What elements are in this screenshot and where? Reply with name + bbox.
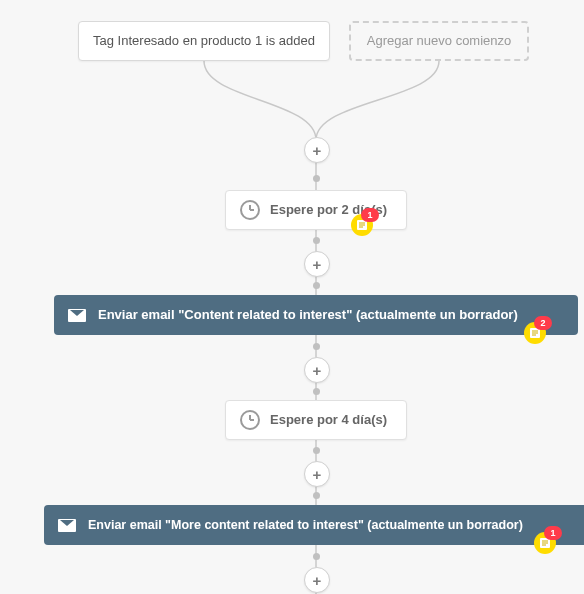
connector-dot xyxy=(313,388,320,395)
trigger-node[interactable]: Tag Interesado en producto 1 is added xyxy=(78,21,330,61)
note-badge[interactable]: 1 xyxy=(534,532,556,554)
note-count: 1 xyxy=(361,208,379,222)
connector-dot xyxy=(313,492,320,499)
add-step-button[interactable]: + xyxy=(304,137,330,163)
send-email-1-text: Enviar email "Content related to interes… xyxy=(98,307,518,323)
connector-dot xyxy=(313,343,320,350)
add-new-start-text: Agregar nuevo comienzo xyxy=(367,33,512,49)
clock-icon xyxy=(240,410,260,430)
note-count: 2 xyxy=(534,316,552,330)
plus-icon: + xyxy=(313,256,322,273)
add-step-button[interactable]: + xyxy=(304,461,330,487)
mail-icon xyxy=(58,519,76,532)
add-step-button[interactable]: + xyxy=(304,251,330,277)
wait-node-2[interactable]: Espere por 4 día(s) xyxy=(225,400,407,440)
plus-icon: + xyxy=(313,572,322,589)
plus-icon: + xyxy=(313,142,322,159)
send-email-node-2[interactable]: Enviar email "More content related to in… xyxy=(44,505,584,545)
mail-icon xyxy=(68,309,86,322)
clock-icon xyxy=(240,200,260,220)
add-new-start[interactable]: Agregar nuevo comienzo xyxy=(349,21,529,61)
send-email-node-1[interactable]: Enviar email "Content related to interes… xyxy=(54,295,578,335)
trigger-text: Tag Interesado en producto 1 is added xyxy=(93,33,315,49)
wait-node-1[interactable]: Espere por 2 día(s) xyxy=(225,190,407,230)
add-step-button[interactable]: + xyxy=(304,567,330,593)
send-email-2-text: Enviar email "More content related to in… xyxy=(88,518,523,533)
connector-dot xyxy=(313,175,320,182)
connector-dot xyxy=(313,282,320,289)
note-badge[interactable]: 2 xyxy=(524,322,546,344)
wait-2-text: Espere por 4 día(s) xyxy=(270,412,387,428)
plus-icon: + xyxy=(313,466,322,483)
connector-dot xyxy=(313,553,320,560)
connector-dot xyxy=(313,237,320,244)
flow-canvas: Tag Interesado en producto 1 is added Ag… xyxy=(0,0,584,594)
note-badge[interactable]: 1 xyxy=(351,214,373,236)
note-count: 1 xyxy=(544,526,562,540)
connector-dot xyxy=(313,447,320,454)
add-step-button[interactable]: + xyxy=(304,357,330,383)
plus-icon: + xyxy=(313,362,322,379)
